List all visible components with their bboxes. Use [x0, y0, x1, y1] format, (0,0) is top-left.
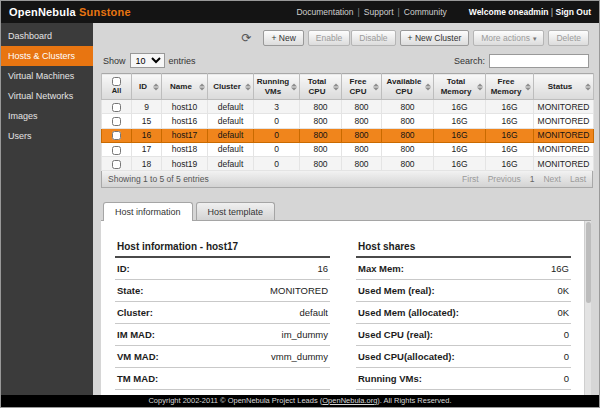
all-label: All	[104, 87, 129, 96]
link-documentation[interactable]: Documentation	[296, 7, 353, 17]
sidebar-item-hosts-clusters[interactable]: Hosts & Clusters	[1, 46, 93, 66]
info-row-state: State:MONITORED	[115, 280, 330, 302]
header-free-memory[interactable]: Free Memory	[486, 74, 534, 100]
table-row[interactable]: 18host19default 0800800 80016G16G MONITO…	[102, 157, 594, 171]
status-badge: MONITORED	[534, 157, 594, 171]
entries-summary: Showing 1 to 5 of 5 entries	[108, 174, 209, 184]
opennebula-org-link[interactable]: OpenNebula.org	[322, 396, 377, 405]
header-status[interactable]: Status	[534, 74, 594, 100]
top-links: Documentation | Support | Community Welc…	[296, 7, 591, 17]
row-checkbox[interactable]	[112, 160, 121, 169]
select-all-checkbox[interactable]	[112, 77, 121, 86]
new-cluster-button[interactable]: + New Cluster	[400, 30, 470, 46]
header-total-memory[interactable]: Total Memory	[434, 74, 486, 100]
sidebar-item-dashboard[interactable]: Dashboard	[1, 26, 93, 46]
disable-button[interactable]: Disable	[351, 30, 395, 46]
link-community[interactable]: Community	[404, 7, 447, 17]
tab-host-information[interactable]: Host information	[103, 202, 193, 221]
shares-row-used-mem-real: Used Mem (real):0K	[356, 280, 571, 302]
entries-label: entries	[169, 56, 196, 66]
copyright-text: Copyright 2002-2011 © OpenNebula Project…	[148, 396, 322, 405]
link-support[interactable]: Support	[364, 7, 394, 17]
header-cluster[interactable]: Cluster	[208, 74, 254, 100]
header-total-cpu[interactable]: Total CPU	[300, 74, 342, 100]
sort-icon	[153, 83, 159, 90]
header-running-vms[interactable]: Running VMs	[254, 74, 300, 100]
search-input[interactable]	[489, 54, 589, 68]
more-actions-button[interactable]: More actions▾	[473, 30, 544, 46]
detail-tabs: Host information Host template	[101, 201, 591, 220]
pagination-previous[interactable]: Previous	[488, 174, 521, 184]
pagination-last[interactable]: Last	[570, 174, 586, 184]
table-header-row: All ID Name Cluster Running VMs Total CP…	[102, 74, 594, 100]
chevron-down-icon: ▾	[533, 35, 537, 42]
app-window: OpenNebula Sunstone Documentation | Supp…	[0, 0, 600, 408]
host-information-title: Host information - host17	[115, 237, 330, 258]
header-available-cpu[interactable]: Available CPU	[382, 74, 434, 100]
tab-host-template[interactable]: Host template	[196, 202, 276, 221]
sort-icon	[425, 83, 431, 90]
sidebar-item-virtual-machines[interactable]: Virtual Machines	[1, 66, 93, 86]
shares-row-used-mem-allocated: Used Mem (allocated):0K	[356, 302, 571, 324]
enable-disable-group: Enable Disable	[308, 30, 396, 46]
logo-main: OpenNebula	[9, 6, 76, 18]
table-row[interactable]: 17host18default 0800800 80016G16G MONITO…	[102, 142, 594, 156]
info-row-im-mad: IM MAD:im_dummy	[115, 324, 330, 346]
search-control: Search:	[454, 54, 589, 68]
pagination-first[interactable]: First	[462, 174, 479, 184]
status-badge: MONITORED	[534, 142, 594, 156]
info-row-tm-mad: TM MAD:	[115, 368, 330, 390]
welcome-text: Welcome oneadmin	[469, 7, 549, 17]
top-bar: OpenNebula Sunstone Documentation | Supp…	[1, 1, 599, 23]
host-shares-title: Host shares	[356, 237, 571, 258]
pagination: First Previous 1 Next Last	[462, 174, 586, 184]
info-row-vm-mad: VM MAD:vmm_dummy	[115, 346, 330, 368]
sidebar-item-users[interactable]: Users	[1, 126, 93, 146]
table-footer: Showing 1 to 5 of 5 entries First Previo…	[101, 171, 593, 188]
status-badge: MONITORED	[534, 100, 594, 114]
vertical-scrollbar[interactable]	[584, 221, 591, 397]
delete-button[interactable]: Delete	[548, 30, 589, 46]
shares-row-used-cpu-allocated: Used CPU(allocated):0	[356, 346, 571, 368]
table-row-selected[interactable]: 16host17default 0800800 80016G16G MONITO…	[102, 128, 594, 142]
row-checkbox[interactable]	[112, 117, 121, 126]
detail-panel-body: Host information - host17 ID:16 State:MO…	[101, 220, 591, 397]
enable-button[interactable]: Enable	[308, 30, 350, 46]
pagination-page-1[interactable]: 1	[530, 174, 535, 184]
sort-icon	[245, 83, 251, 90]
sidebar-item-virtual-networks[interactable]: Virtual Networks	[1, 86, 93, 106]
separator: |	[551, 7, 553, 17]
scrollbar-thumb[interactable]	[586, 222, 591, 303]
copyright-text-after: ). All Rights Reserved.	[377, 396, 451, 405]
header-name[interactable]: Name	[162, 74, 208, 100]
copyright-footer: Copyright 2002-2011 © OpenNebula Project…	[1, 395, 599, 407]
sort-icon	[525, 83, 531, 90]
welcome-group: Welcome oneadmin | Sign Out	[469, 7, 591, 17]
show-label: Show	[103, 56, 126, 66]
row-checkbox[interactable]	[112, 146, 121, 155]
row-checkbox[interactable]	[112, 131, 121, 140]
shares-row-max-mem: Max Mem:16G	[356, 258, 571, 280]
page-size-select[interactable]: 10	[130, 53, 165, 68]
table-row[interactable]: 9host10default 3800800 80016G16G MONITOR…	[102, 100, 594, 114]
shares-row-running-vms: Running VMs:0	[356, 368, 571, 390]
status-badge: MONITORED	[534, 128, 594, 142]
show-entries-control: Show 10 entries	[103, 53, 196, 68]
app-logo: OpenNebula Sunstone	[9, 6, 131, 18]
sidebar-item-images[interactable]: Images	[1, 106, 93, 126]
hosts-table: All ID Name Cluster Running VMs Total CP…	[101, 73, 594, 171]
sign-out-link[interactable]: Sign Out	[556, 7, 591, 17]
separator: |	[358, 7, 360, 17]
host-shares-section: Host shares Max Mem:16G Used Mem (real):…	[356, 237, 571, 397]
status-badge: MONITORED	[534, 114, 594, 128]
header-id[interactable]: ID	[132, 74, 162, 100]
new-host-button[interactable]: + New	[263, 30, 303, 46]
row-checkbox[interactable]	[112, 103, 121, 112]
pagination-next[interactable]: Next	[543, 174, 560, 184]
table-row[interactable]: 15host16default 0800800 80016G16G MONITO…	[102, 114, 594, 128]
host-detail-panel: Host information Host template Host info…	[101, 201, 591, 397]
sort-icon	[199, 83, 205, 90]
refresh-icon[interactable]: ⟳	[241, 33, 251, 43]
header-free-cpu[interactable]: Free CPU	[342, 74, 382, 100]
separator: |	[398, 7, 400, 17]
